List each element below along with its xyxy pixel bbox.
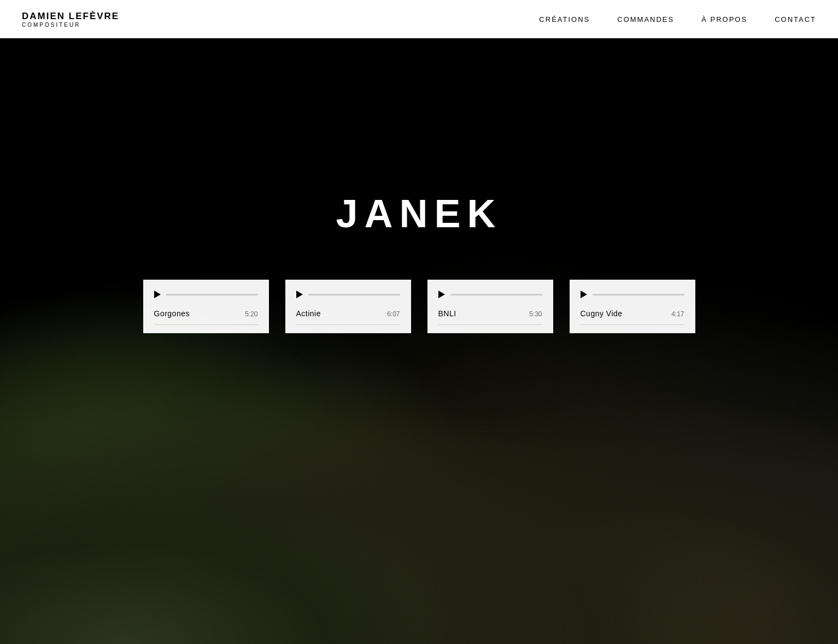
track-player-3 <box>438 291 542 298</box>
main-nav: CRÉATIONS COMMANDES À PROPOS CONTACT <box>539 15 816 23</box>
progress-bar-2 <box>308 294 400 296</box>
nav-creations[interactable]: CRÉATIONS <box>539 15 590 23</box>
nav-apropos[interactable]: À PROPOS <box>701 15 747 23</box>
tracks-row: Gorgones 5:20 Actinie 6:07 <box>143 280 695 333</box>
track-card-3[interactable]: BNLI 5:30 <box>427 280 553 333</box>
track-divider-4 <box>581 324 684 325</box>
play-button-1[interactable] <box>154 291 161 298</box>
track-name-4: Cugny Vide <box>581 309 623 318</box>
track-divider-1 <box>154 324 258 325</box>
track-duration-1: 5:20 <box>245 310 257 318</box>
track-name-3: BNLI <box>438 309 456 318</box>
nav-commandes[interactable]: COMMANDES <box>617 15 674 23</box>
track-duration-2: 6:07 <box>387 310 400 318</box>
progress-bar-3 <box>450 294 542 296</box>
track-info-3: BNLI 5:30 <box>438 309 542 318</box>
track-info-2: Actinie 6:07 <box>296 309 400 318</box>
track-card-1[interactable]: Gorgones 5:20 <box>143 280 269 333</box>
hero-content: JANEK Gorgones 5:20 <box>0 38 838 333</box>
progress-bar-1 <box>166 294 258 296</box>
logo-name: DAMIEN LEFÈVRE <box>22 11 119 22</box>
track-duration-4: 4:17 <box>671 310 684 318</box>
track-divider-2 <box>296 324 400 325</box>
track-info-1: Gorgones 5:20 <box>154 309 258 318</box>
track-card-4[interactable]: Cugny Vide 4:17 <box>570 280 695 333</box>
track-info-4: Cugny Vide 4:17 <box>581 309 684 318</box>
site-header: DAMIEN LEFÈVRE COMPOSITEUR CRÉATIONS COM… <box>0 0 838 38</box>
nav-contact[interactable]: CONTACT <box>775 15 816 23</box>
track-name-2: Actinie <box>296 309 321 318</box>
hero-rocks <box>0 290 838 644</box>
track-player-2 <box>296 291 400 298</box>
logo-subtitle: COMPOSITEUR <box>22 22 80 28</box>
track-name-1: Gorgones <box>154 309 190 318</box>
track-player-1 <box>154 291 258 298</box>
play-button-3[interactable] <box>438 291 445 298</box>
hero-section: JANEK Gorgones 5:20 <box>0 0 838 644</box>
track-divider-3 <box>438 324 542 325</box>
progress-bar-4 <box>593 294 684 296</box>
track-player-4 <box>581 291 684 298</box>
track-card-2[interactable]: Actinie 6:07 <box>285 280 411 333</box>
track-duration-3: 5:30 <box>529 310 542 318</box>
hero-title: JANEK <box>336 191 502 236</box>
play-button-4[interactable] <box>581 291 587 298</box>
logo[interactable]: DAMIEN LEFÈVRE COMPOSITEUR <box>22 11 119 28</box>
play-button-2[interactable] <box>296 291 303 298</box>
